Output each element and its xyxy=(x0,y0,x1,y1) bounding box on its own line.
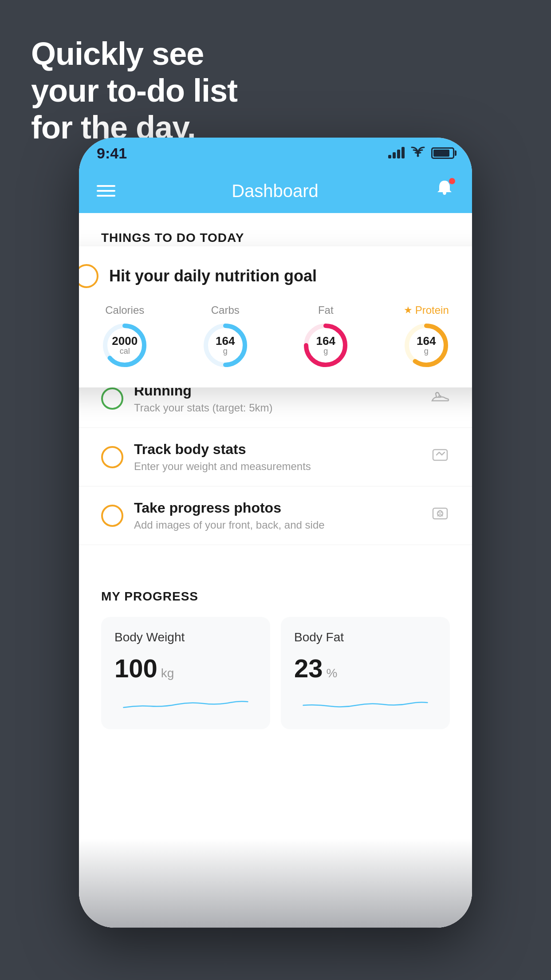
nutrition-card-title: Hit your daily nutrition goal xyxy=(109,267,317,285)
body-fat-chart xyxy=(294,692,437,714)
notification-bell[interactable] xyxy=(435,179,454,203)
nutrition-row: Calories 2000 cal xyxy=(79,304,472,370)
protein-value: 164 xyxy=(417,335,436,347)
svg-rect-9 xyxy=(433,450,447,460)
protein-label: Protein xyxy=(415,304,449,316)
fat-donut: 164 g xyxy=(301,321,350,370)
body-weight-unit: kg xyxy=(161,666,174,680)
headline-line2: your to-do list xyxy=(31,72,237,109)
app-header: Dashboard xyxy=(79,169,472,213)
person-photo-icon xyxy=(430,504,450,527)
nutrition-card: Hit your daily nutrition goal Calories xyxy=(79,246,472,387)
status-icons xyxy=(388,146,454,160)
hamburger-menu[interactable] xyxy=(97,185,115,197)
calories-label: Calories xyxy=(105,304,144,316)
signal-icon xyxy=(388,148,405,158)
body-weight-chart xyxy=(114,692,257,714)
photos-title: Take progress photos xyxy=(134,500,420,516)
fat-label: Fat xyxy=(318,304,334,316)
phone-mockup: 9:41 xyxy=(79,138,472,928)
battery-icon xyxy=(431,147,454,159)
body-stats-info: Track body stats Enter your weight and m… xyxy=(134,441,420,473)
body-stats-check-circle xyxy=(101,446,123,468)
photos-info: Take progress photos Add images of your … xyxy=(134,500,420,531)
carbs-unit: g xyxy=(223,347,228,356)
body-stats-title: Track body stats xyxy=(134,441,420,458)
protein-donut: 164 g xyxy=(402,321,451,370)
svg-point-0 xyxy=(417,154,419,157)
calories-unit: cal xyxy=(120,347,130,356)
headline-line1: Quickly see xyxy=(31,36,237,72)
headline: Quickly see your to-do list for the day. xyxy=(31,36,237,146)
carbs-label: Carbs xyxy=(211,304,240,316)
carbs-donut: 164 g xyxy=(201,321,250,370)
notification-dot xyxy=(448,177,456,185)
nutrition-check-circle[interactable] xyxy=(79,264,98,288)
fat-unit: g xyxy=(323,347,328,356)
nutrition-calories: Calories 2000 cal xyxy=(100,304,149,370)
photos-subtitle: Add images of your front, back, and side xyxy=(134,519,420,531)
protein-unit: g xyxy=(424,347,429,356)
fat-value: 164 xyxy=(316,335,335,347)
calories-donut: 2000 cal xyxy=(100,321,149,370)
body-fat-card: Body Fat 23 % xyxy=(281,617,450,729)
todo-item-photos[interactable]: Take progress photos Add images of your … xyxy=(79,486,472,545)
progress-cards: Body Weight 100 kg Body Fat 23 xyxy=(101,617,450,729)
nutrition-protein: ★ Protein 164 g xyxy=(402,304,451,370)
photos-check-circle xyxy=(101,505,123,527)
main-content: THINGS TO DO TODAY Hit your daily nutrit… xyxy=(79,213,472,928)
running-check-circle xyxy=(101,387,123,410)
wifi-icon xyxy=(411,146,425,160)
calories-value: 2000 xyxy=(112,335,138,347)
body-fat-card-title: Body Fat xyxy=(294,630,437,644)
progress-section: MY PROGRESS Body Weight 100 kg xyxy=(79,563,472,747)
body-stats-subtitle: Enter your weight and measurements xyxy=(134,460,420,473)
body-fat-value: 23 xyxy=(294,653,323,683)
status-bar: 9:41 xyxy=(79,138,472,169)
todo-item-body-stats[interactable]: Track body stats Enter your weight and m… xyxy=(79,428,472,486)
body-weight-value: 100 xyxy=(114,653,157,683)
progress-title: MY PROGRESS xyxy=(101,589,450,604)
header-title: Dashboard xyxy=(232,181,319,201)
nutrition-fat: Fat 164 g xyxy=(301,304,350,370)
body-fat-unit: % xyxy=(327,666,338,680)
nutrition-carbs: Carbs 164 g xyxy=(201,304,250,370)
svg-rect-10 xyxy=(433,508,447,519)
scale-icon xyxy=(430,445,450,469)
background: Quickly see your to-do list for the day.… xyxy=(0,0,551,980)
status-time: 9:41 xyxy=(97,145,127,162)
body-weight-card-title: Body Weight xyxy=(114,630,257,644)
protein-star-icon: ★ xyxy=(404,304,413,316)
carbs-value: 164 xyxy=(216,335,235,347)
body-weight-card: Body Weight 100 kg xyxy=(101,617,270,729)
running-shoe-icon xyxy=(430,388,450,408)
running-subtitle: Track your stats (target: 5km) xyxy=(134,402,420,414)
